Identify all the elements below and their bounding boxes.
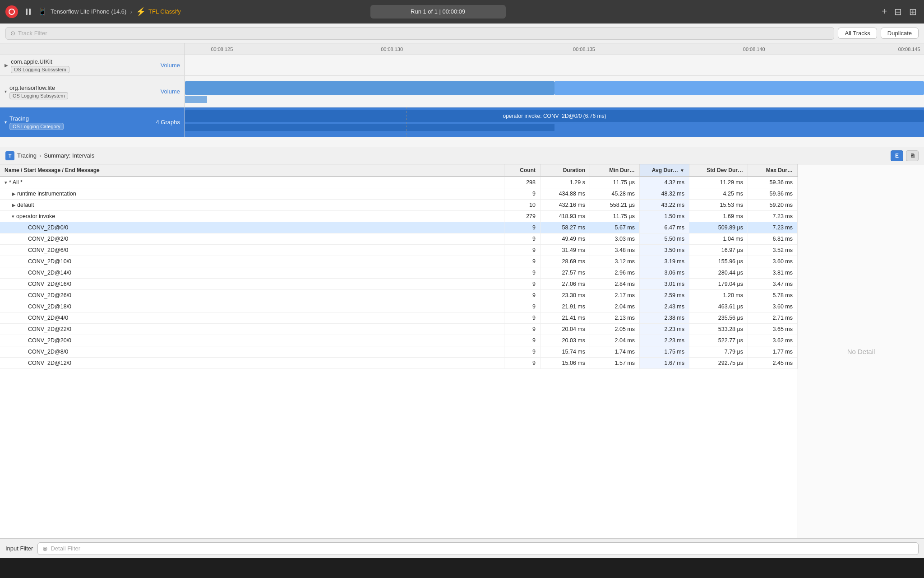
- table-row[interactable]: CONV_2D@20/0 9 20.03 ms 2.04 ms 2.23 ms …: [0, 335, 798, 346]
- tf-bar-1: [185, 81, 554, 95]
- th-name[interactable]: Name / Start Message / End Message: [0, 164, 504, 176]
- th-maxdur[interactable]: Max Dur…: [748, 164, 798, 176]
- all-tracks-button[interactable]: All Tracks: [838, 28, 877, 39]
- td-count: 9: [504, 312, 541, 323]
- table-row[interactable]: CONV_2D@26/0 9 23.30 ms 2.17 ms 2.59 ms …: [0, 290, 798, 301]
- td-stddev: 4.25 ms: [689, 188, 748, 199]
- uikit-volume[interactable]: Volume: [161, 62, 180, 69]
- table-row[interactable]: CONV_2D@22/0 9 20.04 ms 2.05 ms 2.23 ms …: [0, 324, 798, 335]
- breadcrumb-parent[interactable]: Tracing: [17, 152, 37, 159]
- row-name: default: [17, 202, 34, 208]
- table-row[interactable]: CONV_2D@16/0 9 27.06 ms 2.84 ms 3.01 ms …: [0, 279, 798, 290]
- th-duration[interactable]: Duration: [541, 164, 590, 176]
- tf-bar-bottom: [185, 96, 207, 103]
- td-avgdur: 3.01 ms: [640, 279, 689, 289]
- td-name: ▶ runtime instrumentation: [0, 188, 504, 199]
- duplicate-button[interactable]: Duplicate: [881, 28, 919, 39]
- td-stddev: 15.53 ms: [689, 200, 748, 210]
- table-row[interactable]: CONV_2D@18/0 9 21.91 ms 2.04 ms 2.43 ms …: [0, 301, 798, 312]
- td-avgdur: 2.43 ms: [640, 301, 689, 312]
- table-row[interactable]: CONV_2D@6/0 9 31.49 ms 3.48 ms 3.50 ms 1…: [0, 245, 798, 256]
- filter-placeholder: Track Filter: [18, 30, 47, 37]
- td-duration: 31.49 ms: [541, 245, 590, 256]
- title-bar-left: 📱 Tensorflow Lite iPhone (14.6) › ⚡ TFL …: [5, 5, 181, 18]
- track-uikit: ▶ com.apple.UIKit OS Logging Subsystem V…: [0, 55, 924, 76]
- td-maxdur: 3.60 ms: [748, 301, 798, 312]
- uikit-chevron[interactable]: ▶: [5, 63, 8, 68]
- table-row[interactable]: CONV_2D@10/0 9 28.69 ms 3.12 ms 3.19 ms …: [0, 256, 798, 267]
- data-table: Name / Start Message / End Message Count…: [0, 164, 798, 538]
- panel-button[interactable]: ⊞: [907, 5, 919, 19]
- table-row[interactable]: ▾ * All * 298 1.29 s 11.75 µs 4.32 ms 11…: [0, 177, 798, 188]
- row-toggle[interactable]: ▶: [12, 202, 15, 208]
- uikit-name: com.apple.UIKit: [11, 58, 69, 65]
- tracing-info: Tracing OS Logging Category: [9, 115, 64, 130]
- td-maxdur: 6.81 ms: [748, 233, 798, 244]
- run-info: Run 1 of 1 | 00:00:09: [370, 5, 506, 19]
- detail-filter-input[interactable]: ⊜ Detail Filter: [37, 542, 919, 555]
- th-mindur[interactable]: Min Dur…: [590, 164, 640, 176]
- tracing-badge: OS Logging Category: [9, 123, 64, 130]
- row-name: runtime instrumentation: [17, 191, 76, 197]
- tf-bar-2: [554, 81, 924, 95]
- table-row[interactable]: CONV_2D@4/0 9 21.41 ms 2.13 ms 2.38 ms 2…: [0, 312, 798, 324]
- ruler-tick-1: 00:08.125: [211, 47, 233, 52]
- table-row[interactable]: CONV_2D@2/0 9 49.49 ms 3.03 ms 5.50 ms 1…: [0, 233, 798, 245]
- timeline-ruler-header: 00:08.125 00:08.130 00:08.135 00:08.140 …: [0, 43, 924, 55]
- table-row[interactable]: ▶ default 10 432.16 ms 558.21 µs 43.22 m…: [0, 200, 798, 211]
- track-tensorflow-label[interactable]: ▾ org.tensorflow.lite OS Logging Subsyst…: [0, 76, 185, 107]
- th-count[interactable]: Count: [504, 164, 541, 176]
- breadcrumb-sep: ›: [39, 152, 41, 159]
- uikit-info: com.apple.UIKit OS Logging Subsystem: [11, 58, 69, 73]
- table-row[interactable]: ▶ runtime instrumentation 9 434.88 ms 45…: [0, 188, 798, 200]
- td-mindur: 1.74 ms: [590, 346, 640, 357]
- tf-volume[interactable]: Volume: [161, 88, 180, 95]
- row-toggle[interactable]: ▾: [12, 214, 14, 219]
- doc-button[interactable]: ⎘: [906, 150, 919, 161]
- bottom-panel: T Tracing › Summary: Intervals E ⎘ Name …: [0, 147, 924, 558]
- td-stddev: 11.29 ms: [689, 177, 748, 188]
- breadcrumb-arrow: ›: [130, 8, 132, 15]
- export-button[interactable]: E: [891, 150, 903, 161]
- td-name: CONV_2D@0/0: [0, 222, 504, 233]
- td-avgdur: 6.47 ms: [640, 222, 689, 233]
- timeline-container: 00:08.125 00:08.130 00:08.135 00:08.140 …: [0, 43, 924, 147]
- detail-panel: No Detail: [798, 164, 924, 538]
- table-header: Name / Start Message / End Message Count…: [0, 164, 798, 177]
- td-duration: 20.03 ms: [541, 335, 590, 346]
- td-count: 9: [504, 346, 541, 357]
- track-uikit-label[interactable]: ▶ com.apple.UIKit OS Logging Subsystem V…: [0, 55, 185, 75]
- td-maxdur: 3.60 ms: [748, 256, 798, 267]
- td-duration: 27.57 ms: [541, 267, 590, 278]
- record-button[interactable]: [5, 5, 18, 18]
- td-mindur: 3.48 ms: [590, 245, 640, 256]
- td-mindur: 11.75 µs: [590, 211, 640, 222]
- detail-filter-icon: ⊜: [42, 545, 48, 552]
- td-count: 9: [504, 301, 541, 312]
- breadcrumb-current: Summary: Intervals: [44, 152, 94, 159]
- input-filter-bar: Input Filter ⊜ Detail Filter: [0, 538, 924, 558]
- td-count: 9: [504, 290, 541, 301]
- table-row[interactable]: ▾ operator invoke 279 418.93 ms 11.75 µs…: [0, 211, 798, 222]
- pause-button[interactable]: [22, 5, 34, 18]
- table-row[interactable]: CONV_2D@14/0 9 27.57 ms 2.96 ms 3.06 ms …: [0, 267, 798, 279]
- th-avgdur[interactable]: Avg Dur… ▼: [640, 164, 689, 176]
- table-body: ▾ * All * 298 1.29 s 11.75 µs 4.32 ms 11…: [0, 177, 798, 369]
- track-filter-input[interactable]: ⊙ Track Filter: [5, 27, 834, 40]
- th-stddev[interactable]: Std Dev Dur…: [689, 164, 748, 176]
- table-row[interactable]: CONV_2D@8/0 9 15.74 ms 1.74 ms 1.75 ms 7…: [0, 346, 798, 358]
- row-name: CONV_2D@14/0: [28, 270, 71, 276]
- add-button[interactable]: +: [880, 5, 889, 19]
- table-row[interactable]: CONV_2D@0/0 9 58.27 ms 5.67 ms 6.47 ms 5…: [0, 222, 798, 233]
- tracing-bar-bottom: [185, 124, 554, 131]
- app-name-text: TFL Classify: [148, 8, 181, 15]
- row-toggle[interactable]: ▶: [12, 191, 15, 197]
- table-row[interactable]: CONV_2D@12/0 9 15.06 ms 1.57 ms 1.67 ms …: [0, 358, 798, 369]
- td-duration: 20.04 ms: [541, 324, 590, 335]
- track-tracing-label[interactable]: ▾ Tracing OS Logging Category 4 Graphs: [0, 107, 185, 137]
- row-toggle[interactable]: ▾: [5, 180, 7, 186]
- layout-button[interactable]: ⊟: [892, 5, 904, 19]
- tracing-chevron[interactable]: ▾: [5, 120, 7, 125]
- tf-chevron[interactable]: ▾: [5, 89, 7, 94]
- tf-badge: OS Logging Subsystem: [9, 92, 68, 99]
